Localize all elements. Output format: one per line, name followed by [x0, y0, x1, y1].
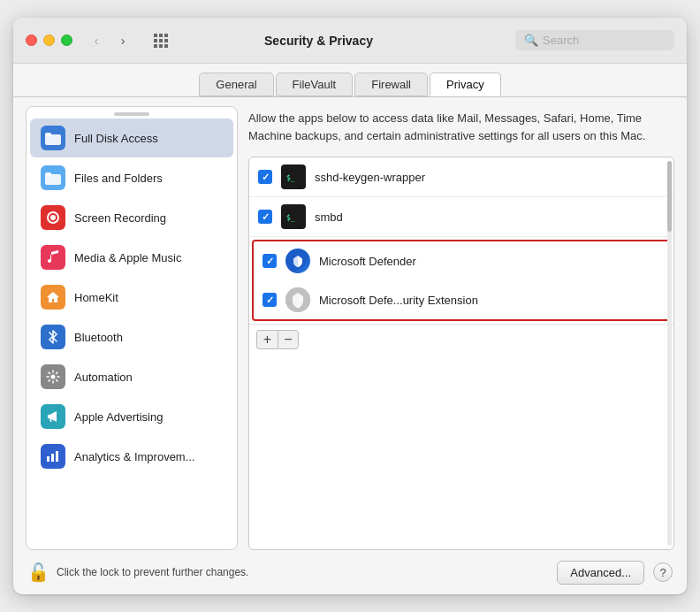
tab-firewall[interactable]: Firewall: [354, 73, 428, 96]
nav-buttons: ‹ ›: [85, 32, 134, 50]
traffic-lights: [26, 34, 72, 46]
app-name-smbd: smbd: [315, 210, 343, 224]
sidebar-item-bluetooth[interactable]: Bluetooth: [30, 317, 233, 356]
highlight-box-top: ✓ Microsoft Defender: [252, 240, 671, 280]
remove-app-button[interactable]: −: [278, 330, 299, 349]
app-icon-defender: [285, 249, 310, 273]
checkmark-icon: ✓: [262, 211, 270, 223]
tabs-bar: General FileVault Firewall Privacy: [13, 64, 687, 96]
sidebar-label-media-apple-music: Media & Apple Music: [74, 251, 181, 264]
app-name-sshd: sshd-keygen-wrapper: [315, 171, 425, 184]
tab-general[interactable]: General: [199, 73, 273, 96]
svg-text:$_: $_: [286, 174, 295, 182]
sidebar-item-homekit[interactable]: HomeKit: [30, 278, 233, 317]
checkmark-icon: ✓: [262, 172, 270, 183]
checkmark-icon: ✓: [266, 256, 274, 267]
app-row-defender: ✓ Microsoft Defender: [254, 241, 669, 280]
screen-record-icon: [41, 205, 65, 230]
app-icon-defender-ext: [285, 287, 310, 312]
tab-filevault[interactable]: FileVault: [276, 73, 354, 96]
minimize-button[interactable]: [43, 34, 55, 46]
chart-icon: [41, 444, 65, 469]
tab-privacy[interactable]: Privacy: [430, 73, 501, 96]
sidebar-label-files-and-folders: Files and Folders: [74, 172, 163, 185]
add-app-button[interactable]: +: [256, 330, 278, 349]
scroll-hint: [27, 107, 237, 118]
sidebar-label-screen-recording: Screen Recording: [74, 211, 166, 225]
folder-icon: [41, 126, 65, 150]
checkmark-icon: ✓: [266, 295, 274, 306]
svg-rect-8: [47, 456, 49, 462]
app-name-defender-ext: Microsoft Defe...urity Extension: [319, 294, 478, 307]
main-content: Full Disk Access Files and Folders: [13, 97, 687, 550]
app-row-defender-ext: ✓ Microsoft Defe...urity Extension: [254, 280, 669, 319]
sidebar-label-analytics: Analytics & Improvem...: [74, 450, 195, 463]
sidebar-label-bluetooth: Bluetooth: [74, 331, 123, 344]
right-panel: Allow the apps below to access data like…: [248, 106, 674, 550]
checkbox-defender[interactable]: ✓: [262, 254, 277, 268]
sidebar-item-automation[interactable]: Automation: [30, 357, 233, 396]
lock-icon[interactable]: 🔓: [27, 562, 49, 583]
sidebar-label-full-disk-access: Full Disk Access: [74, 132, 158, 145]
svg-rect-6: [50, 255, 51, 261]
titlebar: ‹ › Security & Privacy 🔍 Search: [13, 18, 687, 64]
close-button[interactable]: [26, 34, 37, 46]
scrollbar-thumb[interactable]: [667, 161, 672, 232]
app-name-defender: Microsoft Defender: [319, 255, 416, 268]
description-text: Allow the apps below to access data like…: [248, 106, 674, 149]
help-button[interactable]: ?: [653, 562, 673, 582]
apps-list: ✓ $_ sshd-keygen-wrapper: [249, 157, 673, 321]
back-button[interactable]: ‹: [85, 32, 108, 50]
folder-light-icon: [41, 165, 65, 190]
scrollbar-track[interactable]: [667, 161, 672, 546]
megaphone-icon: [41, 404, 65, 429]
bluetooth-icon: [41, 325, 65, 349]
sidebar-item-analytics[interactable]: Analytics & Improvem...: [30, 437, 233, 476]
svg-rect-3: [45, 172, 51, 176]
list-actions: + −: [249, 324, 673, 355]
sidebar-item-screen-recording[interactable]: Screen Recording: [30, 198, 233, 237]
svg-rect-1: [45, 133, 51, 136]
home-icon: [41, 285, 65, 310]
lock-text: Click the lock to prevent further change…: [57, 566, 248, 578]
sidebar-item-apple-advertising[interactable]: Apple Advertising: [30, 397, 233, 436]
advanced-button[interactable]: Advanced...: [557, 561, 644, 585]
svg-point-7: [51, 375, 56, 379]
checkbox-sshd[interactable]: ✓: [258, 170, 272, 184]
window: ‹ › Security & Privacy 🔍 Search General …: [13, 18, 687, 594]
sidebar-label-apple-advertising: Apple Advertising: [74, 410, 163, 424]
search-icon: 🔍: [524, 34, 538, 47]
sidebar-item-files-and-folders[interactable]: Files and Folders: [30, 158, 233, 197]
highlight-box-bottom: ✓ Microsoft Defe...urity Extension: [252, 280, 671, 321]
app-icon-smbd: $_: [281, 204, 306, 229]
app-row-smbd: ✓ $_ smbd: [249, 197, 673, 237]
svg-point-5: [50, 215, 56, 220]
app-row-sshd: ✓ $_ sshd-keygen-wrapper: [249, 157, 673, 197]
music-icon: [41, 245, 65, 270]
app-icon-sshd: $_: [281, 164, 306, 189]
svg-rect-9: [51, 454, 54, 462]
search-input[interactable]: Search: [543, 34, 579, 47]
sidebar-label-homekit: HomeKit: [74, 291, 118, 304]
window-title: Security & Privacy: [129, 34, 508, 48]
sidebar-item-full-disk-access[interactable]: Full Disk Access: [30, 119, 233, 157]
sidebar: Full Disk Access Files and Folders: [26, 106, 238, 550]
checkbox-defender-ext[interactable]: ✓: [262, 293, 277, 307]
sidebar-item-media-apple-music[interactable]: Media & Apple Music: [30, 238, 233, 277]
gear-icon: [41, 364, 65, 389]
search-box[interactable]: 🔍 Search: [515, 30, 674, 50]
sidebar-label-automation: Automation: [74, 371, 133, 384]
svg-rect-10: [56, 451, 58, 462]
maximize-button[interactable]: [61, 34, 72, 46]
checkbox-smbd[interactable]: ✓: [258, 210, 272, 224]
bottom-bar: 🔓 Click the lock to prevent further chan…: [13, 550, 687, 594]
lock-area: 🔓 Click the lock to prevent further chan…: [27, 562, 248, 583]
svg-text:$_: $_: [286, 214, 295, 222]
apps-list-container: ✓ $_ sshd-keygen-wrapper: [248, 157, 674, 550]
